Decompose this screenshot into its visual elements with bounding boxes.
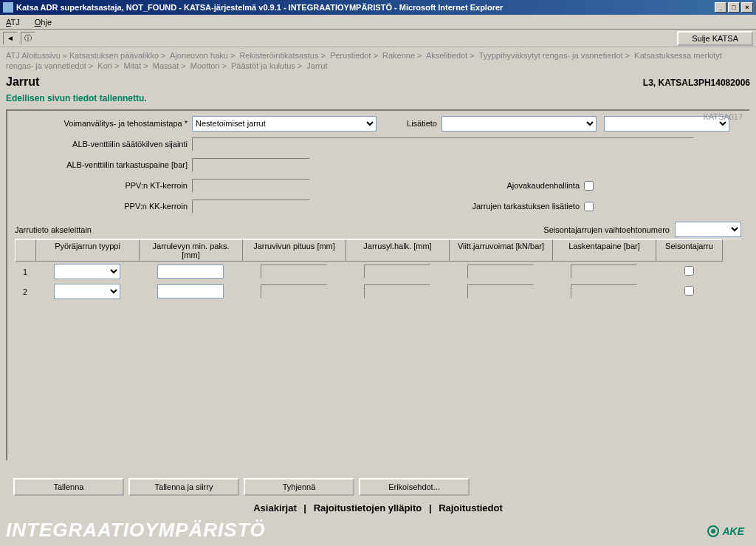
row1-type-select[interactable] [54,264,120,279]
close-katsa-button[interactable]: Sulje KATSA [677,31,753,46]
menu-ohje[interactable]: Ohje [35,18,52,27]
row1-viit-input [467,265,534,279]
row1-paks-input[interactable] [157,265,224,279]
label-ppv-kk: PPV:n KK-kerroin [15,202,192,211]
breadcrumb-item[interactable]: Rekisteröintikatsastus [239,51,318,60]
row2-paks-input[interactable] [157,284,224,298]
th-tyyppi: Pyöräjarrun tyyppi [36,239,140,262]
breadcrumb-item[interactable]: Akselitiedot [426,51,467,60]
back-icon[interactable]: ◄ [3,32,18,45]
row2-lask-input [571,284,637,298]
row2-viit-input [467,284,534,298]
tallenna-siirry-button[interactable]: Tallenna ja siirry [128,478,239,496]
breadcrumb: ATJ Aloitussivu » Katsastuksen päävalikk… [6,47,750,72]
tyhjenna-button[interactable]: Tyhjennä [244,478,354,496]
label-ppv-kt: PPV:n KT-kerroin [15,181,192,190]
window-title: Katsa ADR superkatsastaja, NOT_FOUND - K… [16,3,503,12]
row1-seis-checkbox[interactable] [684,266,694,276]
menu-atj[interactable]: ATJ [6,18,20,27]
form-code: KATSA017 [703,112,743,121]
breadcrumb-item[interactable]: Mitat [123,61,141,70]
ake-logo: AKE [707,525,744,537]
link-rajoitustiedot[interactable]: Rajoitustiedot [439,502,503,513]
row1-lask-input [571,265,637,279]
link-asiakirjat[interactable]: Asiakirjat [253,502,297,513]
row1-syl-input [364,265,430,279]
row-num: 1 [15,267,35,276]
seisontajarrujen-select[interactable] [675,222,741,237]
label-alb-saatokilpi: ALB-venttiilin säätökilven sijainti [15,140,192,149]
tallenna-button[interactable]: Tallenna [13,478,124,496]
th-syl: Jarrusyl.halk. [mm] [346,239,450,262]
lisatieto-select-1[interactable] [441,116,597,132]
row1-vipu-input [261,265,327,279]
app-icon [3,2,13,13]
label-seisontajarrujen: Seisontajarrujen vaihtoehtonumero [543,225,670,234]
vehicle-id: L3, KATSAL3PH14082006 [643,78,750,88]
window-titlebar: Katsa ADR superkatsastaja, NOT_FOUND - K… [0,0,756,15]
row2-vipu-input [261,284,327,298]
breadcrumb-current: Jarrut [306,61,327,70]
label-voimanvalitys: Voimanvälitys- ja tehostamistapa * [15,119,192,128]
ppv-kk-input [192,199,310,214]
ajovakauden-checkbox[interactable] [584,181,594,191]
label-jarrujen-tark: Jarrujen tarkastuksen lisätieto [472,202,584,211]
row2-seis-checkbox[interactable] [684,286,694,296]
breadcrumb-item[interactable]: Perustiedot [330,51,371,60]
breadcrumb-item[interactable]: Moottori [190,61,220,70]
jarrujen-tark-checkbox[interactable] [584,202,594,211]
label-alb-tarkastus: ALB-venttiilin tarkastuspaine [bar] [15,160,192,169]
maximize-button[interactable]: □ [728,2,740,13]
th-viit: Viitt.jarruvoimat [kN/bar] [450,239,553,262]
breadcrumb-item[interactable]: Kori [97,61,112,70]
row2-syl-input [364,284,430,298]
link-rajoitus-yllapito[interactable]: Rajoitustietojen ylläpito [314,502,422,513]
breadcrumb-start[interactable]: ATJ Aloitussivu [6,51,61,60]
breadcrumb-item[interactable]: Massat [153,61,179,70]
voimanvalitys-select[interactable]: Nestetoimiset jarrut [192,116,377,132]
ppv-kt-input [192,179,310,193]
breadcrumb-item[interactable]: Katsastuksen päävalikko [69,51,159,60]
breadcrumb-item[interactable]: Rakenne [382,51,415,60]
alb-tarkastus-input [192,158,310,172]
th-seis: Seisontajarru [656,239,723,262]
row-num: 2 [15,287,35,296]
alb-saatokilpi-input [192,137,694,151]
page-title: Jarrut [6,72,39,92]
form-panel: KATSA017 Voimanvälitys- ja tehostamistap… [6,109,750,461]
label-lisatieto: Lisätieto [377,119,441,128]
breadcrumb-item[interactable]: Ajoneuvon haku [170,51,228,60]
table-row: 2 [15,281,741,301]
menubar: ATJ Ohje [0,15,756,30]
close-button[interactable]: × [741,2,753,13]
th-vipu: Jarruvivun pituus [mm] [243,239,346,262]
table-row: 1 [15,262,741,281]
breadcrumb-item[interactable]: Tyyppihyväksytyt rengas- ja vannetiedot [479,51,623,60]
bottom-links: Asiakirjat | Rajoitustietojen ylläpito |… [0,502,756,513]
erikoisehdot-button[interactable]: Erikoisehdot... [359,478,470,496]
toolbar: ◄ ⓘ Sulje KATSA [0,30,756,47]
label-jarrutieto: Jarrutieto akseleittain [15,225,92,234]
label-ajovakauden: Ajovakaudenhallinta [507,181,584,190]
minimize-button[interactable]: _ [715,2,726,13]
table-header: Pyöräjarrun tyyppi Jarrulevyn min. paks.… [15,239,741,262]
environment-label: INTEGRAATIOYMPÄRISTÖ [6,519,266,542]
info-icon[interactable]: ⓘ [21,32,35,45]
row2-type-select[interactable] [54,284,120,299]
th-paks: Jarrulevyn min. paks. [mm] [140,239,243,262]
ake-logo-icon [707,525,719,537]
status-message: Edellisen sivun tiedot tallennettu. [6,92,750,109]
th-lask: Laskentapaine [bar] [553,239,656,262]
breadcrumb-item[interactable]: Päästöt ja kulutus [231,61,295,70]
